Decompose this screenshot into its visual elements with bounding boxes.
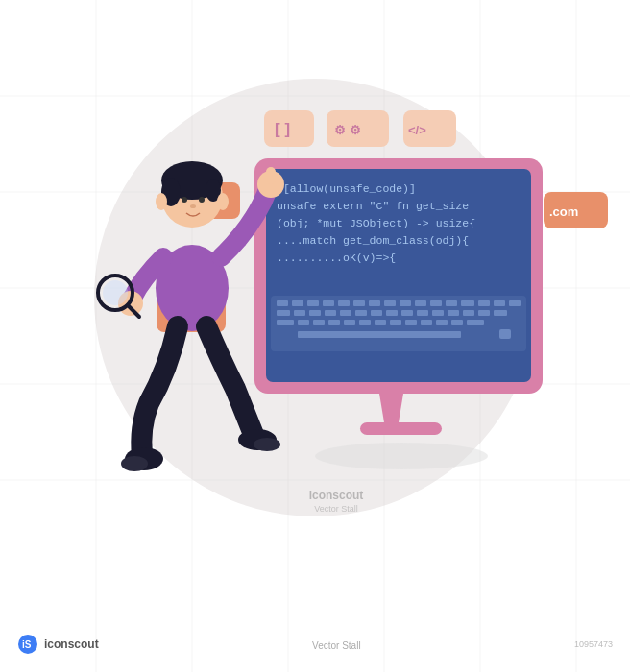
svg-point-91 [257, 171, 284, 198]
svg-text:....match get_dom_class(odj){: ....match get_dom_class(odj){ [277, 234, 469, 247]
svg-rect-40 [340, 310, 351, 316]
svg-point-68 [315, 443, 488, 469]
svg-text:(obj; *mut JSObject) -> usize{: (obj; *mut JSObject) -> usize{ [277, 217, 475, 229]
svg-text:</>: </> [408, 123, 426, 137]
iconscout-logo-icon: iS [17, 634, 38, 655]
svg-text:#[allow(unsafe_code)]: #[allow(unsafe_code)] [277, 182, 416, 195]
svg-rect-25 [353, 300, 365, 306]
svg-rect-38 [309, 310, 321, 316]
svg-rect-50 [494, 310, 507, 316]
svg-point-0 [94, 79, 536, 516]
svg-point-85 [206, 179, 221, 202]
svg-point-95 [103, 280, 128, 305]
svg-rect-51 [277, 320, 294, 325]
svg-rect-92 [266, 167, 276, 184]
svg-point-89 [156, 193, 167, 210]
svg-rect-12 [254, 158, 543, 394]
svg-rect-67 [360, 422, 442, 435]
svg-rect-57 [375, 320, 386, 325]
svg-rect-21 [292, 300, 303, 306]
svg-rect-64 [298, 331, 461, 338]
svg-point-86 [182, 197, 187, 203]
brand-name: iconscout [44, 637, 99, 651]
svg-text:Vector Stall: Vector Stall [314, 504, 358, 514]
svg-rect-60 [421, 320, 432, 325]
svg-rect-35 [509, 300, 521, 306]
footer-left: iS iconscout [17, 634, 99, 655]
svg-rect-47 [448, 310, 459, 316]
svg-rect-44 [401, 310, 413, 316]
svg-rect-22 [307, 300, 319, 306]
svg-rect-49 [478, 310, 490, 316]
svg-rect-27 [384, 300, 396, 306]
svg-point-82 [161, 166, 223, 228]
svg-rect-36 [277, 310, 290, 316]
svg-point-98 [121, 456, 148, 471]
svg-rect-19 [271, 296, 526, 351]
svg-rect-77 [157, 296, 226, 332]
svg-rect-59 [405, 320, 417, 325]
svg-line-96 [128, 305, 139, 317]
main-container: #[allow(unsafe_code)] unsafe extern "C" … [0, 0, 630, 672]
svg-rect-37 [294, 310, 305, 316]
asset-id: 10957473 [574, 639, 613, 649]
svg-rect-13 [266, 169, 531, 382]
svg-rect-79 [544, 192, 608, 228]
svg-rect-69 [264, 110, 314, 147]
svg-text:unsafe extern "C"  fn get_size: unsafe extern "C" fn get_size [277, 200, 469, 212]
svg-text:iS: iS [22, 639, 32, 650]
svg-rect-62 [451, 320, 463, 325]
svg-point-83 [161, 161, 223, 200]
svg-text:PHP: PHP [188, 193, 220, 209]
svg-rect-58 [390, 320, 401, 325]
footer-right: Vector Stall [312, 636, 361, 653]
svg-text:..........oK(v)=>{: ..........oK(v)=>{ [277, 252, 396, 264]
svg-rect-61 [436, 320, 448, 325]
svg-rect-23 [323, 300, 334, 306]
svg-point-99 [238, 429, 277, 450]
svg-rect-71 [327, 110, 389, 147]
svg-rect-53 [313, 320, 325, 325]
svg-text:⚙ ⚙: ⚙ ⚙ [334, 123, 361, 137]
footer: iS iconscout Vector Stall 10957473 [0, 634, 630, 655]
svg-point-88 [190, 204, 196, 208]
svg-point-94 [98, 276, 133, 310]
svg-point-87 [199, 197, 205, 203]
svg-text:.com: .com [549, 204, 578, 219]
svg-rect-54 [328, 320, 340, 325]
svg-rect-65 [499, 329, 511, 339]
svg-rect-75 [181, 182, 240, 219]
svg-rect-20 [277, 300, 288, 306]
svg-point-81 [156, 245, 229, 331]
svg-rect-39 [325, 310, 336, 316]
svg-rect-46 [432, 310, 444, 316]
svg-point-97 [125, 447, 163, 470]
vector-stall-label: Vector Stall [312, 640, 361, 651]
svg-rect-32 [461, 300, 474, 306]
svg-rect-73 [403, 110, 456, 147]
svg-rect-34 [494, 300, 505, 306]
svg-rect-26 [369, 300, 380, 306]
svg-rect-63 [467, 320, 484, 325]
svg-rect-24 [338, 300, 350, 306]
svg-text:iconscout: iconscout [309, 489, 364, 502]
svg-rect-52 [298, 320, 309, 325]
svg-rect-29 [415, 300, 426, 306]
svg-rect-28 [400, 300, 411, 306]
svg-point-100 [254, 438, 280, 451]
svg-text:[ ]: [ ] [275, 120, 290, 138]
svg-rect-55 [344, 320, 355, 325]
svg-rect-42 [371, 310, 382, 316]
svg-rect-33 [478, 300, 490, 306]
svg-marker-66 [379, 394, 403, 422]
svg-point-84 [161, 178, 181, 206]
svg-rect-45 [417, 310, 428, 316]
svg-rect-31 [446, 300, 457, 306]
svg-point-90 [217, 193, 229, 210]
svg-point-93 [118, 291, 143, 316]
svg-text:Web: Web [166, 306, 199, 323]
svg-rect-30 [430, 300, 442, 306]
svg-rect-48 [463, 310, 474, 316]
svg-rect-41 [355, 310, 367, 316]
svg-rect-43 [386, 310, 398, 316]
